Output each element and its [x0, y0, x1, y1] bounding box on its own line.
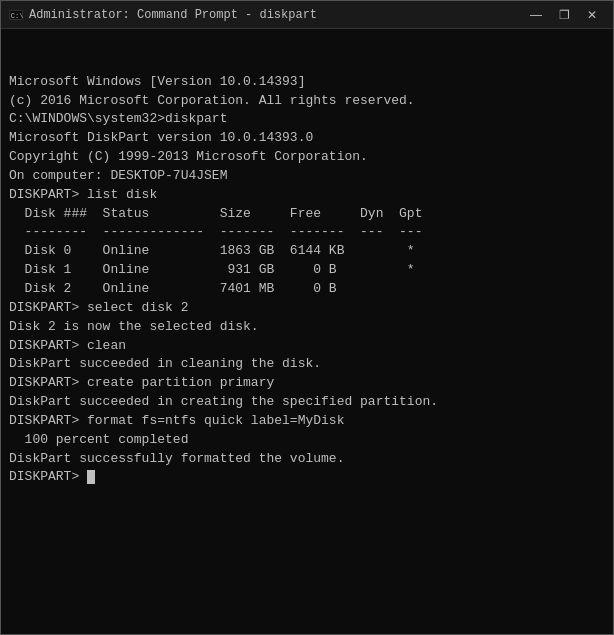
console-line: DiskPart successfully formatted the volu… [9, 450, 605, 469]
console-line: -------- ------------- ------- ------- -… [9, 223, 605, 242]
minimize-button[interactable]: — [523, 5, 549, 25]
console-line: Disk 2 Online 7401 MB 0 B [9, 280, 605, 299]
svg-text:C:\: C:\ [11, 11, 23, 19]
close-button[interactable]: ✕ [579, 5, 605, 25]
console-line: Copyright (C) 1999-2013 Microsoft Corpor… [9, 148, 605, 167]
console-line: DISKPART> create partition primary [9, 374, 605, 393]
console-line: Microsoft Windows [Version 10.0.14393] [9, 73, 605, 92]
console-line: Disk 2 is now the selected disk. [9, 318, 605, 337]
cursor [87, 470, 95, 484]
console-line: C:\WINDOWS\system32>diskpart [9, 110, 605, 129]
console-output[interactable]: Microsoft Windows [Version 10.0.14393](c… [1, 29, 613, 634]
console-line: (c) 2016 Microsoft Corporation. All righ… [9, 92, 605, 111]
cmd-icon: C:\ [9, 8, 23, 22]
console-line: Disk ### Status Size Free Dyn Gpt [9, 205, 605, 224]
console-line: On computer: DESKTOP-7U4JSEM [9, 167, 605, 186]
console-line: Disk 0 Online 1863 GB 6144 KB * [9, 242, 605, 261]
window-title: Administrator: Command Prompt - diskpart [29, 8, 523, 22]
console-line: DISKPART> select disk 2 [9, 299, 605, 318]
console-line: DiskPart succeeded in creating the speci… [9, 393, 605, 412]
restore-button[interactable]: ❐ [551, 5, 577, 25]
console-line: DISKPART> list disk [9, 186, 605, 205]
console-line: 100 percent completed [9, 431, 605, 450]
console-line: Microsoft DiskPart version 10.0.14393.0 [9, 129, 605, 148]
console-line: DISKPART> [9, 468, 605, 487]
console-line: DISKPART> format fs=ntfs quick label=MyD… [9, 412, 605, 431]
cmd-window: C:\ Administrator: Command Prompt - disk… [0, 0, 614, 635]
title-bar: C:\ Administrator: Command Prompt - disk… [1, 1, 613, 29]
console-line: DiskPart succeeded in cleaning the disk. [9, 355, 605, 374]
console-line: Disk 1 Online 931 GB 0 B * [9, 261, 605, 280]
console-line: DISKPART> clean [9, 337, 605, 356]
window-controls: — ❐ ✕ [523, 5, 605, 25]
